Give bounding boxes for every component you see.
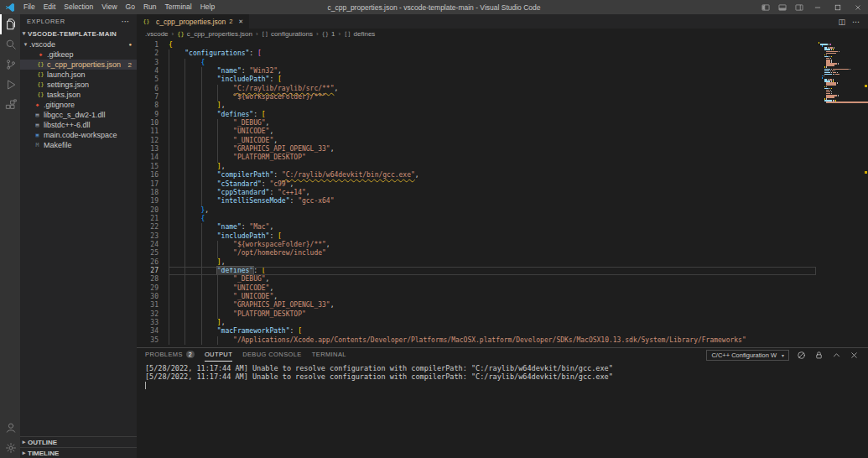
menu-terminal[interactable]: Terminal: [161, 0, 196, 14]
code-line-text: "name": "Mac",: [159, 223, 273, 232]
panel-tab-problems[interactable]: PROBLEMS2: [145, 348, 195, 362]
code-line-29[interactable]: 29"UNICODE",: [137, 284, 816, 293]
tree-item-makefile[interactable]: MMakefile: [20, 140, 137, 150]
close-window-button[interactable]: [848, 0, 868, 14]
breadcrumb-item-defines[interactable]: []defines: [344, 30, 375, 38]
toggle-panel-icon[interactable]: [774, 0, 791, 14]
code-line-24[interactable]: 24"${workspaceFolder}/**",: [137, 241, 816, 249]
code-line-10[interactable]: 10"_DEBUG",: [137, 119, 816, 128]
menu-go[interactable]: Go: [122, 0, 139, 14]
menu-file[interactable]: File: [19, 0, 39, 14]
code-line-4[interactable]: 4"name": "Win32",: [137, 67, 816, 75]
breadcrumb-item-vscode[interactable]: .vscode: [145, 30, 169, 38]
code-line-23[interactable]: 23"includePath": [: [137, 232, 816, 241]
code-line-1[interactable]: 1{: [137, 41, 816, 49]
more-actions-icon[interactable]: ⋯: [852, 18, 860, 26]
minimap[interactable]: [816, 39, 868, 347]
code-line-12[interactable]: 12"_UNICODE",: [137, 137, 816, 145]
line-number: 1: [137, 41, 159, 49]
tab-c-cpp-properties-json[interactable]: {} c_cpp_properties.json 2 ✕: [137, 14, 249, 29]
code-line-7[interactable]: 7"${workspaceFolder}/**": [137, 93, 816, 101]
code-line-35[interactable]: 35"/Applications/Xcode.app/Contents/Deve…: [137, 336, 816, 345]
maximize-button[interactable]: [828, 0, 848, 14]
code-line-13[interactable]: 13"GRAPHICS_API_OPENGL_33",: [137, 145, 816, 154]
close-tab-icon[interactable]: ✕: [238, 18, 243, 25]
code-line-17[interactable]: 17"cStandard": "c99",: [137, 180, 816, 189]
tree-item-gitignore[interactable]: ◆.gitignore: [20, 100, 137, 110]
code-line-19[interactable]: 19"intelliSenseMode": "gcc-x64": [137, 197, 816, 206]
code-line-8[interactable]: 8],: [137, 101, 816, 110]
code-line-11[interactable]: 11"UNICODE",: [137, 128, 816, 136]
workspace-section-header[interactable]: ▾ VSCODE-TEMPLATE-MAIN: [20, 28, 137, 39]
git-file-icon: ◆: [37, 51, 44, 58]
toggle-secondary-sidebar-icon[interactable]: [791, 0, 808, 14]
tree-item-label: main.code-workspace: [44, 131, 117, 139]
menu-run[interactable]: Run: [139, 0, 161, 14]
tree-item-libgcc-s-dw2-1-dll[interactable]: ▤libgcc_s_dw2-1.dll: [20, 110, 137, 120]
code-line-9[interactable]: 9"defines": [: [137, 111, 816, 119]
lock-scrolling-icon[interactable]: [813, 350, 824, 361]
breadcrumb-item-1[interactable]: {}1: [322, 30, 335, 38]
panel-tab-output[interactable]: OUTPUT: [205, 348, 232, 362]
menu-view[interactable]: View: [97, 0, 121, 14]
code-line-5[interactable]: 5"includePath": [: [137, 75, 816, 84]
code-line-2[interactable]: 2"configurations": [: [137, 49, 816, 58]
panel-tab-debug-console[interactable]: DEBUG CONSOLE: [242, 348, 302, 362]
output-channel-select[interactable]: C/C++ Configuration W ▾: [706, 350, 789, 361]
accounts-icon[interactable]: [0, 418, 20, 438]
outline-section-header[interactable]: ▸ OUTLINE: [20, 436, 137, 447]
menu-edit[interactable]: Edit: [39, 0, 60, 14]
settings-icon[interactable]: [0, 438, 20, 458]
extensions-icon[interactable]: [0, 95, 20, 115]
maximize-panel-icon[interactable]: [831, 350, 842, 361]
tree-item-launch-json[interactable]: {}launch.json: [20, 70, 137, 80]
close-panel-icon[interactable]: [849, 350, 860, 361]
panel-header: PROBLEMS2OUTPUTDEBUG CONSOLETERMINAL C/C…: [137, 348, 868, 362]
tree-item-gitkeep[interactable]: ◆.gitkeep: [20, 49, 137, 60]
tree-item-tasks-json[interactable]: {}tasks.json: [20, 90, 137, 100]
timeline-section-header[interactable]: ▸ TIMELINE: [20, 447, 137, 458]
code-line-14[interactable]: 14"PLATFORM_DESKTOP": [137, 154, 816, 162]
code-line-25[interactable]: 25"/opt/homebrew/include": [137, 249, 816, 258]
more-actions-icon[interactable]: ⋯: [121, 17, 130, 26]
breadcrumb-label: defines: [354, 30, 376, 38]
breadcrumb-item-configurations[interactable]: []configurations: [262, 30, 313, 38]
code-line-26[interactable]: 26],: [137, 258, 816, 267]
code-line-32[interactable]: 32"PLATFORM_DESKTOP": [137, 310, 816, 319]
overview-ruler[interactable]: [864, 39, 868, 347]
code-line-34[interactable]: 34"macFrameworkPath": [: [137, 327, 816, 336]
menu-help[interactable]: Help: [196, 0, 219, 14]
split-editor-icon[interactable]: ◫: [838, 18, 845, 26]
code-line-27[interactable]: 27"defines": [: [137, 267, 816, 275]
menu-selection[interactable]: Selection: [60, 0, 97, 14]
code-line-16[interactable]: 16"compilerPath": "C:/raylib/w64devkit/b…: [137, 171, 816, 180]
panel-tab-terminal[interactable]: TERMINAL: [312, 348, 346, 362]
code-line-20[interactable]: 20},: [137, 206, 816, 215]
tree-item-libstdc-6-dll[interactable]: ▤libstdc++-6.dll: [20, 120, 137, 130]
code-line-31[interactable]: 31"GRAPHICS_API_OPENGL_33",: [137, 301, 816, 310]
tab-bar: {} c_cpp_properties.json 2 ✕ ◫ ⋯: [137, 14, 868, 29]
code-line-21[interactable]: 21{: [137, 215, 816, 223]
source-control-icon[interactable]: [0, 55, 20, 75]
code-line-6[interactable]: 6"C:/raylib/raylib/src/**",: [137, 85, 816, 93]
minimize-button[interactable]: [808, 0, 828, 14]
breadcrumb-item-c-cpp-properties-json[interactable]: {}c_cpp_properties.json: [177, 30, 252, 38]
code-line-22[interactable]: 22"name": "Mac",: [137, 223, 816, 232]
explorer-icon[interactable]: [0, 14, 20, 34]
editor[interactable]: 1{2"configurations": [3{4"name": "Win32"…: [137, 39, 868, 347]
menu-bar: FileEditSelectionViewGoRunTerminalHelp: [19, 0, 219, 14]
code-line-28[interactable]: 28"_DEBUG",: [137, 275, 816, 284]
tree-item-vscode[interactable]: ▾.vscode●: [20, 39, 137, 49]
tree-item-settings-json[interactable]: {}settings.json: [20, 80, 137, 90]
code-line-15[interactable]: 15],: [137, 163, 816, 171]
code-line-18[interactable]: 18"cppStandard": "c++14",: [137, 189, 816, 197]
toggle-sidebar-icon[interactable]: [757, 0, 774, 14]
run-and-debug-icon[interactable]: [0, 75, 20, 95]
tree-item-c-cpp-properties-json[interactable]: {}c_cpp_properties.json2: [20, 60, 137, 70]
search-icon[interactable]: [0, 34, 20, 55]
code-line-33[interactable]: 33],: [137, 319, 816, 327]
code-line-3[interactable]: 3{: [137, 59, 816, 67]
clear-output-icon[interactable]: [796, 350, 807, 361]
tree-item-main-code-workspace[interactable]: ▣main.code-workspace: [20, 130, 137, 140]
code-line-30[interactable]: 30"_UNICODE",: [137, 293, 816, 301]
